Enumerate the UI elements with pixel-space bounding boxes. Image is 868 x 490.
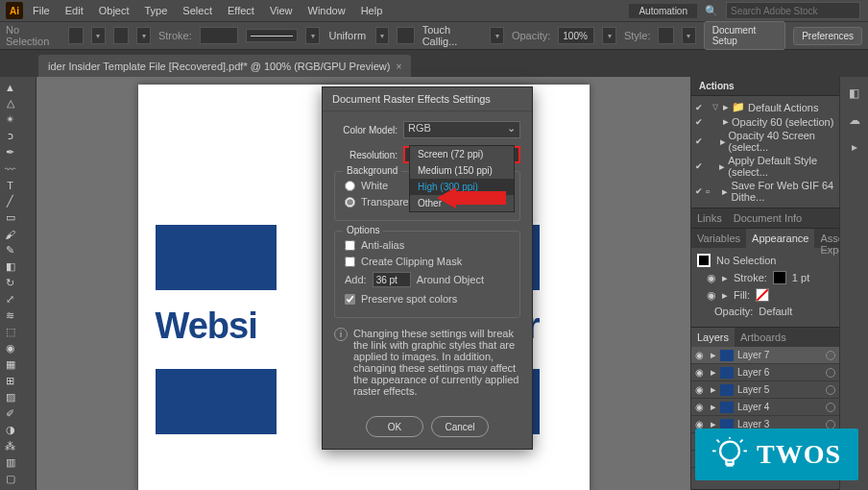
- perspective-tool-icon[interactable]: ▦: [2, 356, 18, 373]
- target-icon[interactable]: [826, 420, 835, 429]
- type-tool-icon[interactable]: T: [2, 177, 18, 193]
- rotate-tool-icon[interactable]: ↻: [2, 275, 18, 291]
- eye-icon[interactable]: ◉: [695, 367, 707, 378]
- close-icon[interactable]: ×: [396, 61, 401, 72]
- menu-type[interactable]: Type: [139, 3, 174, 18]
- magic-wand-tool-icon[interactable]: ✴: [2, 111, 18, 128]
- libraries-panel-icon[interactable]: ☁: [846, 111, 863, 129]
- eye-icon[interactable]: ◉: [695, 384, 707, 395]
- properties-panel-icon[interactable]: ◧: [846, 85, 863, 102]
- stroke-swatch[interactable]: [773, 271, 786, 284]
- search-input[interactable]: [726, 2, 860, 19]
- profile-dropdown[interactable]: [375, 27, 390, 44]
- fill-dropdown[interactable]: [91, 27, 106, 44]
- stroke-value[interactable]: 1 pt: [792, 272, 809, 283]
- action-item[interactable]: Opacity 60 (selection): [732, 116, 833, 128]
- eyedropper-tool-icon[interactable]: ✐: [2, 405, 18, 422]
- rectangle-tool-icon[interactable]: ▭: [2, 209, 18, 226]
- preserve-spot-checkbox[interactable]: Preserve spot colors: [345, 293, 510, 305]
- eye-icon[interactable]: ◉: [695, 402, 707, 412]
- scale-tool-icon[interactable]: ⤢: [2, 291, 18, 307]
- fill-swatch[interactable]: [68, 27, 84, 44]
- target-icon[interactable]: [826, 351, 835, 360]
- layer-name[interactable]: Layer 5: [737, 384, 822, 395]
- stroke-style-swatch[interactable]: [246, 29, 299, 42]
- opacity-input[interactable]: [558, 27, 594, 44]
- resolution-option[interactable]: Medium (150 ppi): [410, 162, 514, 179]
- direct-selection-tool-icon[interactable]: △: [2, 95, 18, 111]
- brush-name[interactable]: Touch Callig...: [422, 24, 483, 47]
- lasso-tool-icon[interactable]: ɔ: [2, 128, 18, 144]
- free-transform-tool-icon[interactable]: ⬚: [2, 324, 18, 340]
- style-swatch[interactable]: [658, 27, 674, 44]
- profile-label[interactable]: Uniform: [327, 30, 368, 41]
- tab-variables[interactable]: Variables: [691, 229, 746, 248]
- clipping-mask-checkbox[interactable]: Create Clipping Mask: [345, 256, 510, 267]
- stroke-weight-input[interactable]: [200, 27, 238, 44]
- curvature-tool-icon[interactable]: 〰: [2, 160, 18, 177]
- action-item[interactable]: Apply Default Style (select...: [728, 155, 835, 178]
- menu-help[interactable]: Help: [355, 3, 389, 18]
- tab-layers[interactable]: Layers: [691, 328, 735, 347]
- menu-effect[interactable]: Effect: [222, 3, 260, 18]
- eraser-tool-icon[interactable]: ◧: [2, 258, 18, 275]
- opacity-value[interactable]: Default: [759, 306, 792, 317]
- mesh-tool-icon[interactable]: ⊞: [2, 373, 18, 389]
- menu-select[interactable]: Select: [177, 3, 218, 18]
- action-item[interactable]: Save For Web GIF 64 Dithe...: [731, 180, 835, 203]
- artboard-tool-icon[interactable]: ▢: [2, 471, 18, 487]
- menu-object[interactable]: Object: [93, 3, 135, 18]
- column-graph-tool-icon[interactable]: ▥: [2, 454, 18, 471]
- action-item[interactable]: Opacity 40 Screen (select...: [729, 130, 836, 153]
- preferences-button[interactable]: Preferences: [793, 27, 862, 45]
- target-icon[interactable]: [826, 368, 835, 378]
- target-icon[interactable]: [826, 385, 835, 395]
- stroke-dropdown[interactable]: [136, 27, 151, 44]
- gradient-tool-icon[interactable]: ▨: [2, 389, 18, 405]
- shape-builder-tool-icon[interactable]: ◉: [2, 340, 18, 356]
- document-setup-button[interactable]: Document Setup: [704, 21, 785, 50]
- toolbox: ▲ △ ✴ ɔ ✒ 〰 T ╱ ▭ 🖌 ✎ ◧ ↻ ⤢ ≋ ⬚ ◉ ▦ ⊞ ▨ …: [0, 77, 36, 490]
- line-tool-icon[interactable]: ╱: [2, 193, 18, 209]
- actions-panel-header[interactable]: Actions: [691, 77, 839, 96]
- menu-window[interactable]: Window: [302, 3, 351, 18]
- color-model-select[interactable]: RGB⌄: [403, 121, 520, 138]
- tab-appearance[interactable]: Appearance: [746, 229, 814, 248]
- menu-view[interactable]: View: [264, 3, 299, 18]
- cancel-button[interactable]: Cancel: [431, 416, 489, 437]
- symbol-sprayer-tool-icon[interactable]: ⁂: [2, 438, 18, 454]
- layer-name[interactable]: Layer 4: [737, 402, 822, 412]
- stroke-style-dropdown[interactable]: [305, 27, 320, 44]
- anti-alias-checkbox[interactable]: Anti-alias: [345, 239, 510, 251]
- menu-edit[interactable]: Edit: [60, 3, 89, 18]
- width-tool-icon[interactable]: ≋: [2, 307, 18, 324]
- eye-icon[interactable]: ◉: [695, 350, 707, 360]
- layer-name[interactable]: Layer 7: [737, 350, 822, 360]
- target-icon[interactable]: [826, 403, 835, 412]
- selection-tool-icon[interactable]: ▲: [2, 79, 18, 95]
- document-tab[interactable]: ider Insider Template File [Recovered].p…: [38, 55, 411, 77]
- resolution-option[interactable]: Screen (72 ppi): [410, 146, 514, 162]
- tab-links[interactable]: Links: [691, 208, 728, 228]
- layer-name[interactable]: Layer 6: [737, 367, 822, 378]
- opacity-dropdown[interactable]: [602, 27, 616, 44]
- blend-tool-icon[interactable]: ◑: [2, 422, 18, 438]
- tab-artboards[interactable]: Artboards: [735, 328, 792, 347]
- collapse-icon[interactable]: ▸: [846, 138, 863, 156]
- ok-button[interactable]: OK: [366, 416, 423, 437]
- fill-swatch-none[interactable]: [756, 288, 769, 302]
- tab-document-info[interactable]: Document Info: [728, 208, 808, 228]
- shaper-tool-icon[interactable]: ✎: [2, 242, 18, 258]
- paintbrush-tool-icon[interactable]: 🖌: [2, 226, 18, 242]
- brush-dropdown[interactable]: [490, 27, 504, 44]
- eye-icon[interactable]: ◉: [707, 272, 716, 284]
- stroke-swatch[interactable]: [113, 27, 130, 44]
- eye-icon[interactable]: ◉: [707, 289, 716, 302]
- pen-tool-icon[interactable]: ✒: [2, 144, 18, 160]
- style-dropdown[interactable]: [682, 27, 696, 44]
- menu-file[interactable]: File: [27, 3, 56, 18]
- automation-button[interactable]: Automation: [629, 4, 697, 18]
- brush-definition[interactable]: [397, 27, 414, 44]
- add-value-input[interactable]: [373, 272, 411, 287]
- actions-folder[interactable]: Default Actions: [748, 102, 818, 113]
